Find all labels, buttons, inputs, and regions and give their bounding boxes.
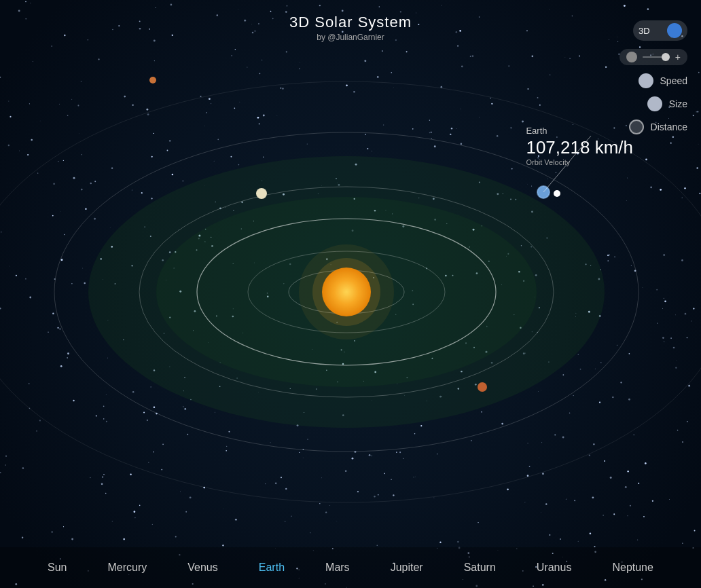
- toggle-3d[interactable]: 3D: [633, 20, 687, 41]
- speed-label: Speed: [660, 75, 687, 86]
- controls-panel: 3D + Speed Size Distance: [619, 20, 687, 134]
- size-label: Size: [669, 98, 687, 109]
- planet-nav-mercury[interactable]: Mercury: [101, 556, 154, 579]
- solar-system-svg: [0, 0, 701, 588]
- planet-nav-mars[interactable]: Mars: [319, 556, 357, 579]
- plus-label: +: [675, 52, 681, 62]
- slider-track[interactable]: [643, 56, 670, 58]
- svg-point-12: [256, 188, 267, 199]
- app-title: 3D Solar System: [289, 14, 412, 31]
- speed-toggle[interactable]: [639, 73, 653, 88]
- orbit-velocity-label: Orbit Velocity: [526, 158, 633, 166]
- planet-nav: SunMercuryVenusEarthMarsJupiterSaturnUra…: [0, 547, 701, 588]
- toggle-3d-knob[interactable]: [667, 23, 682, 38]
- planet-nav-uranus[interactable]: Uranus: [530, 556, 579, 579]
- svg-point-15: [478, 382, 487, 392]
- distance-control[interactable]: Distance: [629, 120, 687, 134]
- distance-label: Distance: [651, 122, 687, 132]
- title-area: 3D Solar System by @JulianGarnier: [289, 14, 412, 42]
- slider-dot: [626, 52, 637, 62]
- earth-info-panel: Earth 107,218 km/h Orbit Velocity: [526, 126, 633, 166]
- earth-velocity: 107,218 km/h: [526, 137, 633, 158]
- planet-nav-venus[interactable]: Venus: [181, 556, 224, 579]
- size-control[interactable]: Size: [647, 96, 687, 111]
- planet-nav-earth[interactable]: Earth: [252, 556, 291, 579]
- planet-nav-saturn[interactable]: Saturn: [457, 556, 503, 579]
- planet-nav-jupiter[interactable]: Jupiter: [384, 556, 430, 579]
- earth-info-name: Earth: [526, 126, 633, 136]
- svg-point-10: [299, 244, 394, 339]
- toggle-3d-label: 3D: [639, 26, 650, 36]
- planet-nav-sun[interactable]: Sun: [41, 556, 73, 579]
- speed-control[interactable]: Speed: [639, 73, 687, 88]
- svg-point-16: [554, 190, 560, 197]
- distance-toggle[interactable]: [629, 120, 644, 134]
- svg-point-11: [149, 77, 156, 84]
- planet-nav-neptune[interactable]: Neptune: [605, 556, 660, 579]
- app-subtitle: by @JulianGarnier: [289, 33, 412, 42]
- size-toggle[interactable]: [647, 96, 662, 111]
- zoom-slider[interactable]: +: [619, 49, 687, 65]
